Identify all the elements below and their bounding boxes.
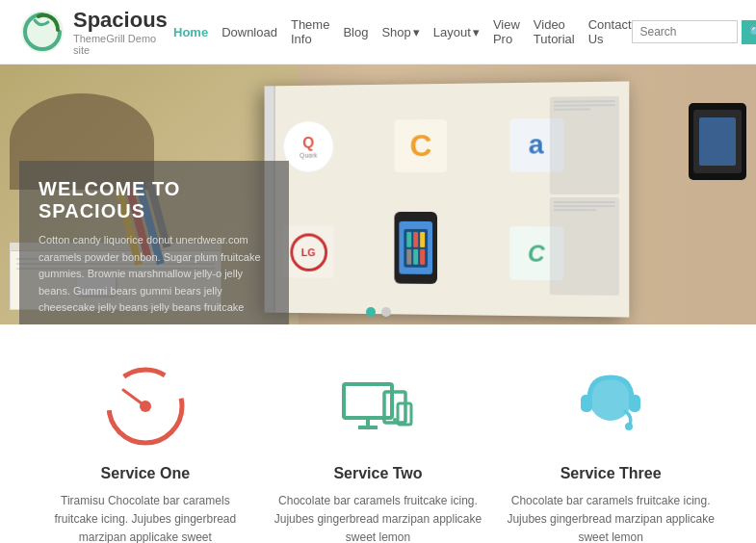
nav-home[interactable]: Home [173, 25, 208, 39]
slider-dots [366, 307, 391, 317]
devices-icon [334, 363, 421, 450]
service-three-desc: Chocolate bar caramels fruitcake icing. … [505, 492, 717, 543]
shop-chevron-icon: ▾ [413, 25, 420, 39]
main-nav: Home Download Theme Info Blog Shop ▾ Lay… [173, 17, 632, 46]
service-two-name: Service Two [333, 465, 422, 482]
nav-video-tutorial[interactable]: Video Tutorial [534, 17, 575, 46]
service-one-name: Service One [101, 465, 191, 482]
hero-overlay: WELCOME TO SPACIOUS Cotton candy liquori… [19, 161, 289, 324]
header: Spacious ThemeGrill Demo site Home Downl… [0, 0, 756, 65]
search-area: 🔍 [632, 20, 756, 44]
hero-banner: Q Quark C a LG [0, 65, 756, 324]
svg-point-11 [404, 421, 406, 424]
logo-area: Spacious ThemeGrill Demo site [19, 8, 173, 56]
search-button[interactable]: 🔍 [742, 20, 756, 44]
service-three-name: Service Three [560, 465, 662, 482]
site-subtitle: ThemeGrill Demo site [73, 33, 173, 56]
svg-rect-13 [581, 395, 592, 412]
svg-line-4 [123, 390, 145, 406]
nav-blog[interactable]: Blog [343, 25, 368, 39]
svg-point-15 [625, 423, 633, 430]
headset-icon [567, 363, 654, 450]
logo-text-area: Spacious ThemeGrill Demo site [73, 8, 173, 56]
svg-point-9 [393, 418, 397, 422]
service-three-icon-wrap [567, 363, 654, 450]
logo-icon [19, 9, 65, 55]
service-two-icon-wrap [334, 363, 421, 450]
hero-title: WELCOME TO SPACIOUS [39, 178, 270, 222]
service-one: Service One Tiramisu Chocolate bar caram… [39, 363, 251, 543]
nav-view-pro[interactable]: View Pro [493, 17, 520, 46]
tablet-device [689, 103, 746, 180]
nav-download[interactable]: Download [222, 25, 277, 39]
svg-rect-14 [629, 395, 640, 412]
nav-contact-us[interactable]: Contact Us [588, 17, 632, 46]
speedometer-icon [102, 363, 189, 450]
nav-layout[interactable]: Layout ▾ [433, 25, 480, 39]
service-two: Service Two Chocolate bar caramels fruit… [272, 363, 483, 543]
service-one-icon-wrap [102, 363, 189, 450]
slider-dot-2[interactable] [381, 307, 391, 317]
service-three: Service Three Chocolate bar caramels fru… [505, 363, 717, 543]
slider-dot-1[interactable] [366, 307, 376, 317]
nav-theme-info[interactable]: Theme Info [291, 17, 329, 46]
layout-chevron-icon: ▾ [473, 25, 480, 39]
service-one-desc: Tiramisu Chocolate bar caramels fruitcak… [39, 492, 251, 543]
hero-body: Cotton candy liquorice donut unerdwear.c… [39, 232, 270, 317]
site-title: Spacious [73, 8, 173, 33]
book: Q Quark C a LG [265, 81, 630, 317]
nav-shop[interactable]: Shop ▾ [381, 25, 419, 39]
services-section: Service One Tiramisu Chocolate bar caram… [0, 324, 756, 543]
search-input[interactable] [632, 20, 738, 43]
service-two-desc: Chocolate bar caramels fruitcake icing. … [272, 492, 483, 543]
